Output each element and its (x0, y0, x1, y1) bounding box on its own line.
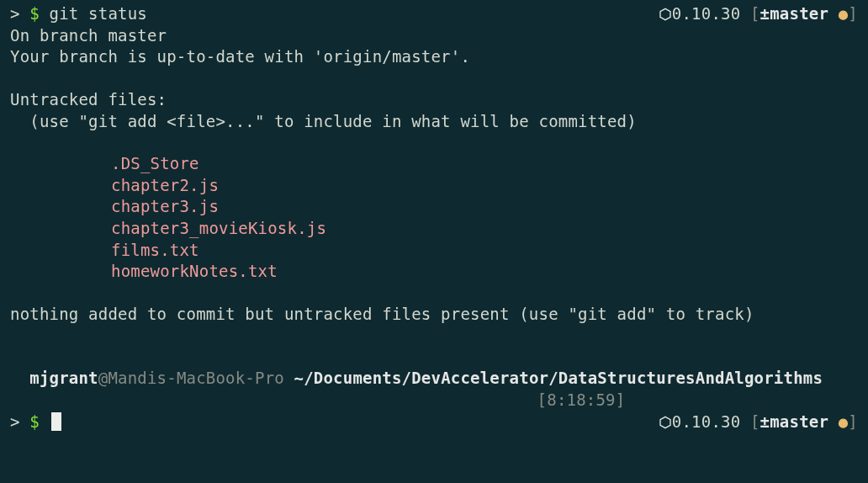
cursor[interactable] (51, 412, 61, 431)
ps1-path-tilde: ~ (294, 369, 304, 387)
prompt-dollar: $ (29, 412, 49, 431)
ps1-line: mjgrant@Mandis-MacBook-Pro ~/Documents/D… (10, 347, 858, 390)
ps1-time: [8:18:59] (537, 390, 626, 409)
version-text: 0.10.30 (672, 412, 740, 431)
list-item: chapter2.js (10, 175, 858, 197)
blank-line (10, 326, 858, 347)
svg-marker-0 (660, 8, 670, 19)
list-item: chapter3_movieKiosk.js (10, 218, 858, 240)
list-item: homeworkNotes.txt (10, 261, 858, 283)
ps1-user: mjgrant (29, 369, 98, 387)
branch-prefix: ± (760, 4, 770, 23)
hexagon-icon (659, 412, 672, 431)
blank-line (10, 68, 858, 89)
branch-name: master (770, 4, 828, 23)
status-badge: 0.10.30 [±master ●] (659, 411, 858, 433)
untracked-hint: (use "git add <file>..." to include in w… (10, 111, 858, 133)
command-text[interactable]: git status (50, 4, 147, 23)
blank-line (10, 283, 858, 304)
prompt-dollar: $ (29, 4, 49, 23)
untracked-file-list: .DS_Store chapter2.js chapter3.js chapte… (10, 153, 858, 283)
dirty-dot-icon: ● (828, 4, 848, 23)
list-item: chapter3.js (10, 196, 858, 218)
prompt-arrow: > (10, 412, 29, 431)
up-to-date-line: Your branch is up-to-date with 'origin/m… (10, 46, 858, 68)
prompt-line-last: > $ 0.10.30 [±master ●] (10, 411, 858, 433)
bracket-close: ] (848, 4, 858, 23)
blank-line (10, 132, 858, 153)
prompt-line-1: > $ git status 0.10.30 [±master ●] (10, 3, 858, 25)
status-badge: 0.10.30 [±master ●] (659, 3, 858, 25)
ps1-path: /Documents/DevAccelerator/DataStructures… (304, 369, 823, 387)
dirty-dot-icon: ● (828, 412, 848, 431)
on-branch-line: On branch master (10, 25, 858, 47)
bracket-open: [ (740, 4, 760, 23)
branch-prefix: ± (760, 412, 770, 431)
list-item: films.txt (10, 240, 858, 262)
untracked-header: Untracked files: (10, 89, 858, 111)
nothing-added-line: nothing added to commit but untracked fi… (10, 304, 858, 326)
branch-name: master (770, 412, 828, 431)
hexagon-icon (659, 4, 672, 23)
version-text: 0.10.30 (672, 4, 740, 23)
svg-marker-1 (660, 417, 670, 427)
prompt-arrow: > (10, 4, 29, 23)
bracket-close: ] (848, 412, 858, 431)
list-item: .DS_Store (10, 153, 858, 175)
ps1-at: @ (98, 369, 108, 387)
ps1-space (284, 369, 294, 387)
bracket-open: [ (740, 412, 760, 431)
ps1-host: Mandis-MacBook-Pro (108, 369, 284, 387)
ps1-second-line: [8:18:59] (10, 390, 858, 411)
